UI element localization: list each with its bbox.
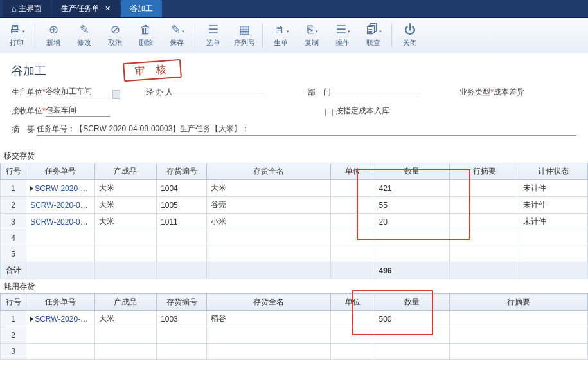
summary-field[interactable]: 任务单号：【SCRW-2020-04-09-00003】生产任务【大米】：: [37, 124, 576, 136]
doc-icon: 🗎▾: [274, 24, 288, 35]
handler-label: 经 办 人: [146, 87, 174, 98]
col-header[interactable]: 单位: [331, 163, 375, 180]
cost-in-checkbox[interactable]: [325, 109, 333, 116]
trash-icon: 🗑: [140, 24, 152, 35]
col-header[interactable]: 存货编号: [157, 163, 207, 180]
table-row[interactable]: 5: [1, 246, 588, 262]
col-header[interactable]: 存货编号: [157, 294, 207, 311]
col-header[interactable]: 计件状态: [519, 163, 588, 180]
pencil-icon: ✎: [80, 24, 89, 35]
col-header[interactable]: 行号: [1, 294, 26, 311]
table-row[interactable]: 1SCRW-2020-04-09-0大米1004大米421未计件: [1, 180, 588, 197]
handler-field[interactable]: [173, 92, 263, 93]
page-title: 谷加工: [12, 63, 46, 78]
col-header[interactable]: 单位: [331, 294, 375, 311]
operate-button[interactable]: ☰▾操作: [327, 21, 358, 50]
plus-icon: ⊕: [49, 24, 58, 35]
gear-icon: ☰▾: [336, 24, 349, 35]
tab-home[interactable]: ⌂主界面: [3, 0, 51, 17]
close-button[interactable]: ⏻关闭: [395, 21, 425, 50]
new-button[interactable]: ⊕新增: [38, 21, 69, 50]
save-icon: ✎▾: [171, 24, 183, 35]
table-row[interactable]: 3: [1, 344, 588, 360]
col-header[interactable]: 产成品: [94, 294, 156, 311]
section-consume-title: 耗用存货: [0, 279, 588, 293]
col-header[interactable]: 数量: [375, 294, 450, 311]
lookup-button[interactable]: 🗐▾联查: [358, 21, 389, 50]
home-icon: ⌂: [12, 5, 16, 14]
col-header[interactable]: 任务单号: [26, 294, 94, 311]
cancel-button[interactable]: ⊘取消: [100, 21, 130, 50]
tab-bar: ⌂主界面 生产任务单✕ 谷加工: [0, 0, 588, 18]
col-header[interactable]: 行号: [1, 163, 26, 180]
list-icon: ☰: [208, 24, 218, 35]
picker-icon[interactable]: [112, 90, 120, 99]
grid-icon: ▦: [239, 24, 250, 35]
dept-field[interactable]: [331, 92, 421, 93]
search-icon: 🗐▾: [366, 24, 380, 35]
col-header[interactable]: 行摘要: [450, 163, 519, 180]
approval-stamp: 审 核: [123, 59, 182, 82]
table-row[interactable]: 2SCRW-2020-04-09-0大米1005谷壳55未计件: [1, 197, 588, 214]
total-row: 合计496: [1, 262, 588, 279]
prod-unit-label: 生产单位*: [12, 87, 46, 98]
tab-prod-task[interactable]: 生产任务单✕: [52, 0, 120, 17]
table-row[interactable]: 1SCRW-2020-04-09-0大米1003稻谷500: [1, 311, 588, 327]
select-button[interactable]: ☰选单: [198, 21, 229, 50]
prod-unit-field[interactable]: 谷物加工车间: [46, 86, 110, 98]
transfer-grid: 行号任务单号产成品存货编号存货全名单位数量行摘要计件状态 1SCRW-2020-…: [0, 163, 588, 279]
col-header[interactable]: 产成品: [94, 163, 156, 180]
printer-icon: 🖶▾: [10, 24, 24, 35]
table-row[interactable]: 2: [1, 327, 588, 344]
serial-button[interactable]: ▦序列号: [229, 21, 260, 50]
col-header[interactable]: 行摘要: [450, 294, 588, 311]
col-header[interactable]: 数量: [375, 163, 450, 180]
table-row[interactable]: 4: [1, 230, 588, 246]
copy-icon: ⎘▾: [307, 24, 317, 35]
biz-type-value: 成本差异: [494, 87, 524, 98]
cancel-icon: ⊘: [111, 24, 120, 35]
section-transfer-title: 移交存货: [0, 149, 588, 163]
dept-label: 部 门: [308, 87, 331, 98]
recv-unit-field[interactable]: 包装车间: [46, 105, 110, 117]
print-button[interactable]: 🖶▾打印: [1, 21, 32, 50]
gensheet-button[interactable]: 🗎▾生单: [265, 21, 296, 50]
edit-button[interactable]: ✎修改: [69, 21, 100, 50]
consume-grid: 行号任务单号产成品存货编号存货全名单位数量行摘要 1SCRW-2020-04-0…: [0, 293, 588, 360]
toolbar: 🖶▾打印 ⊕新增 ✎修改 ⊘取消 🗑删除 ✎▾保存 ☰选单 ▦序列号 🗎▾生单 …: [0, 18, 588, 53]
cost-in-label: 按指定成本入库: [335, 106, 389, 116]
biz-type-label: 业务类型*: [459, 87, 494, 98]
close-icon[interactable]: ✕: [105, 5, 111, 13]
col-header[interactable]: 存货全名: [207, 163, 331, 180]
page-header: 谷加工 审 核: [0, 53, 588, 84]
save-button[interactable]: ✎▾保存: [161, 21, 192, 50]
delete-button[interactable]: 🗑删除: [130, 21, 161, 50]
col-header[interactable]: 存货全名: [207, 294, 331, 311]
copy-button[interactable]: ⎘▾复制: [296, 21, 327, 50]
form-area: 生产单位* 谷物加工车间 经 办 人 部 门 业务类型* 成本差异 接收单位* …: [0, 84, 588, 149]
recv-unit-label: 接收单位*: [12, 106, 46, 116]
col-header[interactable]: 任务单号: [26, 163, 94, 180]
power-icon: ⏻: [404, 24, 416, 35]
table-row[interactable]: 3SCRW-2020-04-09-0大米1011小米20未计件: [1, 214, 588, 230]
summary-label: 摘 要: [12, 124, 35, 135]
tab-gu-process[interactable]: 谷加工: [121, 0, 162, 17]
